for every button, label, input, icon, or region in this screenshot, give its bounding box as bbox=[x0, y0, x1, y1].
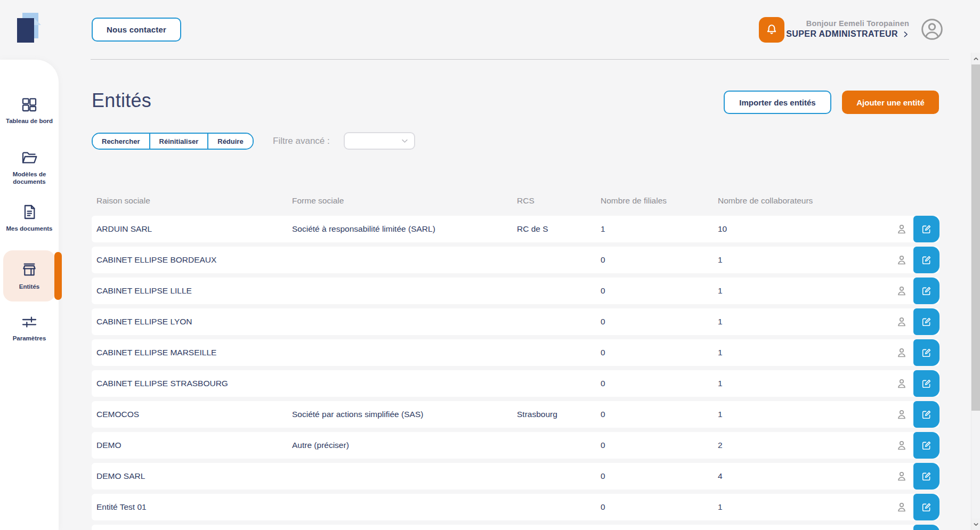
table-row: CABINET ELLIPSE LYON 0 1 bbox=[92, 308, 939, 335]
edit-entity-button[interactable] bbox=[913, 525, 939, 530]
cell-nombre-filiales: 0 bbox=[601, 278, 605, 304]
edit-entity-button[interactable] bbox=[913, 247, 939, 273]
edit-pencil-icon bbox=[921, 471, 932, 482]
collaborators-button[interactable] bbox=[895, 284, 908, 297]
sidebar-item-label: Mes documents bbox=[6, 225, 53, 232]
vertical-scrollbar[interactable] bbox=[971, 53, 980, 530]
cell-raison-sociale: CABINET ELLIPSE LILLE bbox=[96, 278, 192, 304]
chevron-down-icon bbox=[401, 137, 409, 145]
edit-entity-button[interactable] bbox=[913, 216, 939, 242]
table-row: CABINET ELLIPSE MARSEILLE 0 1 bbox=[92, 339, 939, 366]
column-header-nombre-collaborateurs: Nombre de collaborateurs bbox=[718, 196, 813, 206]
sidebar-item-modeles-de-documents[interactable]: Modèles de documents bbox=[0, 149, 59, 186]
edit-entity-button[interactable] bbox=[913, 308, 939, 335]
edit-pencil-icon bbox=[921, 409, 932, 420]
sidebar-item-mes-documents[interactable]: Mes documents bbox=[0, 203, 59, 232]
contact-button[interactable]: Nous contacter bbox=[92, 18, 181, 42]
sidebar-item-label: Entités bbox=[19, 283, 39, 290]
collaborators-button[interactable] bbox=[895, 377, 908, 390]
sidebar-item-label: Modèles de documents bbox=[0, 170, 59, 186]
app-logo bbox=[16, 13, 43, 44]
notifications-button[interactable] bbox=[759, 17, 784, 43]
sidebar: Tableau de bord Modèles de documents Mes… bbox=[0, 60, 59, 530]
notification-bell-icon bbox=[765, 23, 779, 37]
edit-entity-button[interactable] bbox=[913, 339, 939, 366]
chevron-up-icon bbox=[973, 56, 979, 62]
collaborators-button[interactable] bbox=[895, 439, 908, 452]
table-row: CABINET ELLIPSE BORDEAUX 0 1 bbox=[92, 247, 939, 273]
filter-button-group: Rechercher Réinitialiser Réduire bbox=[92, 133, 254, 150]
table-header: Raison sociale Forme sociale RCS Nombre … bbox=[92, 196, 939, 209]
collaborators-button[interactable] bbox=[895, 501, 908, 513]
person-icon bbox=[895, 470, 908, 483]
sidebar-item-label: Tableau de bord bbox=[6, 117, 53, 125]
edit-pencil-icon bbox=[921, 255, 932, 266]
import-entities-button[interactable]: Importer des entités bbox=[724, 91, 831, 114]
cell-raison-sociale: CABINET ELLIPSE LYON bbox=[96, 308, 192, 335]
search-button[interactable]: Rechercher bbox=[93, 134, 149, 149]
header-divider bbox=[91, 59, 949, 60]
advanced-filter-label: Filtre avancé : bbox=[273, 136, 330, 146]
cell-nombre-collaborateurs: 1 bbox=[718, 339, 723, 366]
table-row: Entité Test 01 0 1 bbox=[92, 494, 939, 520]
cell-nombre-filiales: 0 bbox=[601, 370, 605, 397]
person-icon bbox=[895, 284, 908, 297]
sidebar-item-parametres[interactable]: Paramètres bbox=[0, 313, 59, 342]
cell-raison-sociale: CABINET ELLIPSE STRASBOURG bbox=[96, 370, 228, 397]
collaborators-button[interactable] bbox=[895, 223, 908, 235]
avatar[interactable] bbox=[920, 18, 944, 41]
document-icon bbox=[21, 203, 38, 221]
column-header-rcs: RCS bbox=[517, 196, 534, 206]
collaborators-button[interactable] bbox=[895, 346, 908, 359]
cell-nombre-collaborateurs: 1 bbox=[718, 370, 723, 397]
edit-pencil-icon bbox=[921, 224, 932, 235]
cell-nombre-filiales: 0 bbox=[601, 339, 605, 366]
edit-pencil-icon bbox=[921, 440, 932, 451]
collaborators-button[interactable] bbox=[895, 315, 908, 328]
edit-entity-button[interactable] bbox=[913, 494, 939, 520]
person-icon bbox=[895, 501, 908, 513]
logo-document-icon bbox=[16, 13, 43, 44]
sidebar-item-label: Paramètres bbox=[13, 335, 46, 342]
edit-entity-button[interactable] bbox=[913, 278, 939, 304]
cell-nombre-filiales: 0 bbox=[601, 308, 605, 335]
user-avatar-icon bbox=[920, 18, 944, 41]
reset-button[interactable]: Réinitialiser bbox=[149, 134, 208, 149]
person-icon bbox=[895, 254, 908, 266]
folder-icon bbox=[21, 149, 38, 166]
cell-nombre-collaborateurs: 1 bbox=[718, 278, 723, 304]
user-role-row[interactable]: SUPER ADMINISTRATEUR bbox=[786, 29, 909, 39]
table-row: CABINET ELLIPSE LILLE 0 1 bbox=[92, 278, 939, 304]
collaborators-button[interactable] bbox=[895, 408, 908, 421]
cell-raison-sociale: CEMOCOS bbox=[96, 401, 139, 428]
advanced-filter-select[interactable] bbox=[344, 132, 415, 150]
collaborators-button[interactable] bbox=[895, 254, 908, 266]
cell-forme-sociale: Société à responsabilité limitée (SARL) bbox=[292, 216, 435, 242]
cell-nombre-collaborateurs: 1 bbox=[718, 308, 723, 335]
edit-entity-button[interactable] bbox=[913, 463, 939, 490]
person-icon bbox=[895, 377, 908, 390]
edit-entity-button[interactable] bbox=[913, 401, 939, 428]
cell-nombre-collaborateurs: 10 bbox=[718, 216, 727, 242]
scroll-down-button[interactable] bbox=[971, 518, 980, 530]
table-row: ARDUIN SARL Société à responsabilité lim… bbox=[92, 216, 939, 242]
cell-raison-sociale: Entité Test 01 bbox=[96, 494, 147, 520]
edit-entity-button[interactable] bbox=[913, 370, 939, 397]
scroll-up-button[interactable] bbox=[971, 53, 980, 64]
user-role: SUPER ADMINISTRATEUR bbox=[786, 29, 898, 39]
column-header-nombre-filiales: Nombre de filiales bbox=[601, 196, 667, 206]
cell-rcs: Strasbourg bbox=[517, 401, 557, 428]
reduce-button[interactable]: Réduire bbox=[207, 134, 252, 149]
edit-pencil-icon bbox=[921, 316, 932, 328]
edit-entity-button[interactable] bbox=[913, 432, 939, 459]
scrollbar-thumb[interactable] bbox=[971, 64, 980, 411]
table-row: CEMOCOS Société par actions simplifiée (… bbox=[92, 401, 939, 428]
cell-raison-sociale: CABINET ELLIPSE MARSEILLE bbox=[96, 339, 216, 366]
table-row: DEMO Autre (préciser) 0 2 bbox=[92, 432, 939, 459]
user-menu[interactable]: Bonjour Eemeli Toropainen SUPER ADMINIST… bbox=[786, 19, 909, 39]
sidebar-item-tableau-de-bord[interactable]: Tableau de bord bbox=[0, 96, 59, 125]
table-row bbox=[92, 525, 939, 530]
sidebar-item-entites[interactable]: Entités bbox=[3, 250, 55, 301]
collaborators-button[interactable] bbox=[895, 470, 908, 483]
add-entity-button[interactable]: Ajouter une entité bbox=[842, 91, 939, 114]
